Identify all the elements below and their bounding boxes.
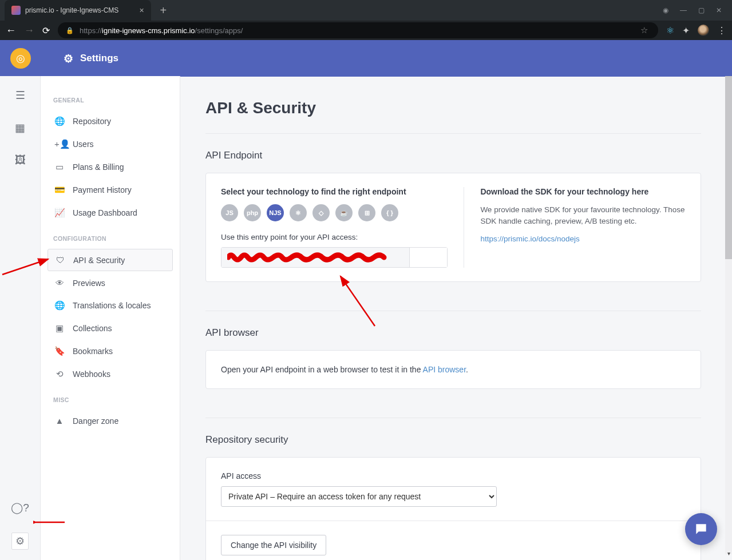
new-tab-button[interactable]: + — [160, 4, 167, 17]
bookmark-star-icon[interactable]: ☆ — [640, 25, 648, 35]
intercom-chat-button[interactable] — [685, 513, 717, 545]
bookmark-icon: 🔖 — [54, 346, 65, 356]
divider — [205, 133, 701, 134]
divider — [205, 418, 701, 418]
sidebar-heading-general: GENERAL — [53, 97, 167, 104]
sidebar-item-translations[interactable]: 🌐Translations & locales — [48, 295, 173, 316]
repo-security-card: API access Private API – Require an acce… — [205, 457, 701, 560]
copy-endpoint-button[interactable] — [409, 248, 447, 267]
gear-icon: ⚙ — [64, 52, 73, 65]
media-icon[interactable]: 🖼 — [15, 154, 26, 166]
app-header: ◎ ⚙ Settings — [0, 40, 732, 77]
eye-icon: 👁 — [54, 278, 65, 288]
scroll-down-icon[interactable]: ▾ — [725, 550, 732, 557]
select-tech-label: Select your technology to find the right… — [221, 187, 448, 196]
browser-toolbar: ← → ⟳ 🔒 https://ignite-ignews-cms.prismi… — [0, 21, 732, 40]
endpoint-input[interactable] — [221, 248, 409, 267]
minimize-icon[interactable]: — — [680, 6, 687, 14]
address-bar[interactable]: 🔒 https://ignite-ignews-cms.prismic.io/s… — [58, 22, 658, 38]
sidebar-heading-misc: MISC — [53, 396, 167, 403]
tech-rest-icon[interactable]: { } — [381, 204, 398, 221]
profile-avatar[interactable] — [698, 25, 709, 36]
endpoint-field — [221, 247, 448, 268]
scrollbar-thumb[interactable] — [725, 76, 732, 259]
api-access-select[interactable]: Private API – Require an access token fo… — [221, 486, 497, 507]
entry-point-label: Use this entry point for your API access… — [221, 233, 448, 241]
close-window-icon[interactable]: ✕ — [716, 6, 722, 14]
divider — [205, 311, 701, 311]
main-content: API & Security API Endpoint Select your … — [180, 76, 726, 560]
warning-icon: ▲ — [54, 416, 65, 426]
api-access-label: API access — [221, 471, 686, 480]
shield-icon: 🛡 — [55, 255, 65, 265]
reload-button[interactable]: ⟳ — [42, 25, 50, 36]
api-browser-card: Open your API endpoint in a web browser … — [205, 350, 701, 389]
card-icon: ▭ — [54, 162, 65, 172]
sidebar-item-previews[interactable]: 👁Previews — [48, 272, 173, 293]
window-controls: ◉ — ▢ ✕ — [663, 6, 727, 14]
tech-ruby-icon[interactable]: ◇ — [312, 204, 330, 221]
tech-js-icon[interactable]: JS — [221, 204, 238, 221]
react-extension-icon[interactable]: ⚛ — [666, 25, 674, 36]
page-title: Settings — [80, 53, 118, 64]
sidebar-item-usage[interactable]: 📈Usage Dashboard — [48, 202, 173, 224]
language-icon: 🌐 — [54, 300, 65, 311]
sidebar-item-plans[interactable]: ▭Plans & Billing — [48, 156, 173, 178]
sdk-description: We provide native SDK for your favourite… — [480, 204, 686, 228]
api-browser-link[interactable]: API browser — [423, 365, 466, 374]
help-icon[interactable]: ◯? — [11, 501, 29, 514]
section-api-browser: API browser — [205, 327, 701, 339]
section-repo-security: Repository security — [205, 434, 701, 446]
tab-title: prismic.io - Ignite-Ignews-CMS — [25, 6, 118, 14]
menu-icon[interactable]: ⋮ — [717, 25, 726, 36]
api-browser-text: Open your API endpoint in a web browser … — [221, 365, 468, 374]
tech-react-icon[interactable]: ⚛ — [290, 204, 307, 221]
sidebar-item-bookmarks[interactable]: 🔖Bookmarks — [48, 340, 173, 362]
change-visibility-button[interactable]: Change the API visibility — [221, 535, 326, 555]
forward-button[interactable]: → — [24, 25, 34, 37]
sidebar-item-danger[interactable]: ▲Danger zone — [48, 410, 173, 431]
collections-icon: ▣ — [54, 323, 65, 333]
sidebar-item-repository[interactable]: 🌐Repository — [48, 110, 173, 132]
chat-icon — [694, 522, 709, 537]
lock-icon: 🔒 — [66, 27, 74, 34]
api-endpoint-card: Select your technology to find the right… — [205, 173, 701, 282]
maximize-icon[interactable]: ▢ — [698, 6, 705, 14]
app-logo[interactable]: ◎ — [10, 48, 31, 69]
documents-icon[interactable]: ☰ — [15, 89, 25, 102]
sidebar-item-collections[interactable]: ▣Collections — [48, 317, 173, 339]
section-api-endpoint: API Endpoint — [205, 150, 701, 161]
tech-java-icon[interactable]: ☕ — [335, 204, 353, 221]
add-user-icon: +👤 — [54, 139, 65, 149]
browser-tab[interactable]: prismic.io - Ignite-Ignews-CMS × — [5, 0, 151, 21]
chart-icon: 📈 — [54, 208, 65, 218]
technology-icons: JS php NJS ⚛ ◇ ☕ ⊞ { } — [221, 204, 448, 221]
sync-icon: ⟲ — [54, 369, 65, 379]
sidebar-item-webhooks[interactable]: ⟲Webhooks — [48, 363, 173, 385]
tech-php-icon[interactable]: php — [244, 204, 261, 221]
globe-icon: 🌐 — [54, 116, 65, 126]
redacted-endpoint-value — [227, 251, 387, 264]
scrollbar[interactable]: ▾ — [725, 76, 732, 554]
back-button[interactable]: ← — [6, 25, 16, 37]
tech-dotnet-icon[interactable]: ⊞ — [358, 204, 375, 221]
sdk-docs-link[interactable]: https://prismic.io/docs/nodejs — [480, 235, 579, 243]
favicon — [11, 6, 21, 15]
extensions-icon[interactable]: ✦ — [682, 25, 690, 36]
url-host: https://ignite-ignews-cms.prismic.io/set… — [80, 26, 243, 35]
content-title: API & Security — [205, 99, 701, 117]
sdk-title: Download the SDK for your technology her… — [480, 187, 686, 196]
left-rail: ☰ ▦ 🖼 ◯? ⚙ — [0, 76, 41, 560]
browser-tab-strip: prismic.io - Ignite-Ignews-CMS × + ◉ — ▢… — [0, 0, 732, 21]
close-tab-icon[interactable]: × — [139, 6, 144, 15]
status-circle-icon: ◉ — [663, 6, 668, 14]
settings-button[interactable]: ⚙ — [11, 533, 29, 550]
tech-nodejs-icon[interactable]: NJS — [267, 204, 284, 221]
payment-icon: 💳 — [54, 185, 65, 195]
sidebar-item-payment[interactable]: 💳Payment History — [48, 179, 173, 201]
settings-sidebar: GENERAL 🌐Repository +👤Users ▭Plans & Bil… — [41, 76, 180, 560]
sidebar-item-users[interactable]: +👤Users — [48, 133, 173, 155]
sidebar-item-api-security[interactable]: 🛡API & Security — [48, 249, 173, 271]
sidebar-heading-configuration: CONFIGURATION — [53, 235, 167, 242]
custom-types-icon[interactable]: ▦ — [15, 121, 25, 134]
